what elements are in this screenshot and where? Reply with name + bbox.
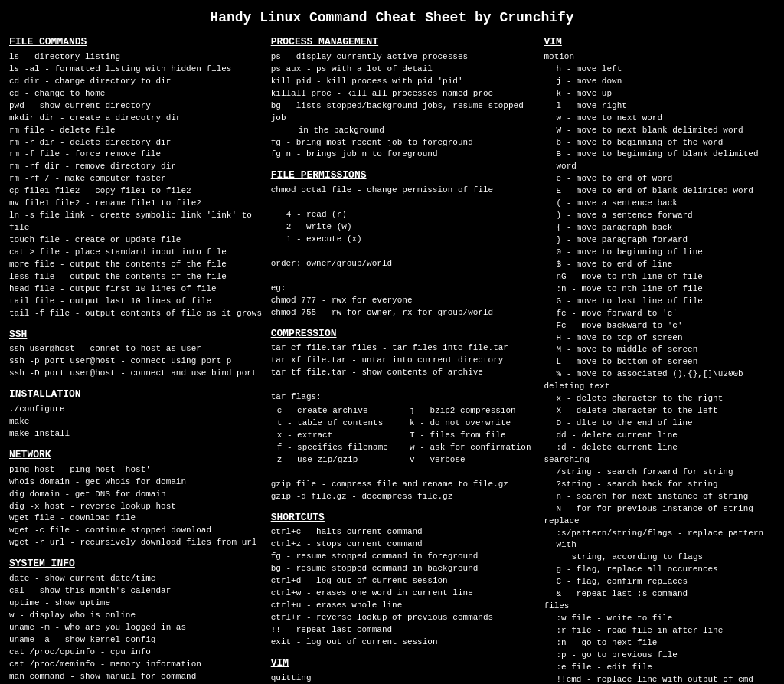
text-line: kill pid - kill process with pid 'pid'	[271, 76, 537, 88]
text-line: mv file1 file2 - rename file1 to file2	[9, 198, 263, 210]
text-line: fg - resume stopped command in foregroun…	[271, 551, 537, 563]
section-title-ssh: SSH	[9, 328, 263, 342]
text-line: ) - move a sentence forward	[544, 210, 775, 222]
text-line: k - move up	[544, 88, 775, 100]
text-line: ssh -p port user@host - connect using po…	[9, 355, 263, 368]
text-line: touch file - create or update file	[9, 234, 263, 247]
text-line: cd dir - change directory to dir	[9, 76, 263, 88]
text-line: cd - change to home	[9, 88, 263, 100]
section-title-shortcuts: SHORTCUTS	[271, 511, 537, 525]
text-line: fg - bring most recent job to foreground	[271, 137, 537, 149]
vim-right-content: motion h - move left j - move down k - m…	[544, 51, 775, 684]
text-line: ln -s file link - create symbolic link '…	[9, 210, 263, 234]
text-line: X - delete character to the left	[544, 405, 775, 417]
right-column: VIM motion h - move left j - move down k…	[544, 35, 775, 684]
text-line: ps - display currently active processes	[271, 51, 537, 64]
text-line: t - table of contents	[277, 417, 403, 430]
system-info-content: date - show current date/time cal - show…	[9, 573, 263, 684]
text-line: } - move paragraph forward	[544, 234, 775, 247]
text-line: date - show current date/time	[9, 573, 263, 585]
text-line: k - do not overwrite	[410, 417, 536, 430]
text-line: more file - output the contents of the f…	[9, 259, 263, 271]
text-line	[271, 246, 537, 258]
text-line: deleting text	[544, 381, 775, 393]
section-title-file-permissions: FILE PERMISSIONS	[271, 169, 537, 183]
text-line: :n - go to next file	[544, 637, 775, 650]
text-line: ls - directory listing	[9, 51, 263, 64]
text-line: gzip file - compress file and rename to …	[271, 479, 537, 491]
process-management-content: ps - display currently active processes …	[271, 51, 537, 161]
section-title-process-management: PROCESS MANAGEMENT	[271, 35, 537, 50]
text-line: ping host - ping host 'host'	[9, 464, 263, 476]
section-title-file-commands: FILE COMMANDS	[9, 35, 263, 50]
page-title: Handy Linux Command Cheat Sheet by Crunc…	[9, 8, 775, 28]
text-line: :n - move to nth line of file	[544, 283, 775, 296]
text-line: tail -f file - output contents of file a…	[9, 308, 263, 320]
text-line: ctrl+u - erases whole line	[271, 600, 537, 612]
text-line: fg n - brings job n to foreground	[271, 149, 537, 161]
text-line: rm -rf dir - remove directory dir	[9, 161, 263, 173]
text-line: G - move to last line of file	[544, 296, 775, 308]
text-line: wget -r url - recursively download files…	[9, 537, 263, 549]
text-line: W - move to next blank delimited word	[544, 125, 775, 137]
text-line: L - move to bottom of screen	[544, 356, 775, 368]
text-line: less file - output the contents of the f…	[9, 271, 263, 283]
text-line: h - move left	[544, 64, 775, 76]
text-line: tar tf file.tar - show contents of archi…	[271, 367, 537, 379]
text-line: cal - show this month's calendar	[9, 585, 263, 597]
text-line: searching	[544, 454, 775, 466]
text-line: whois domain - get whois for domain	[9, 476, 263, 489]
text-line: ?string - search back for string	[544, 479, 775, 491]
text-line: D - dlte to the end of line	[544, 417, 775, 430]
text-line: cat /proc/cpuinfo - cpu info	[9, 646, 263, 659]
text-line: mkdir dir - create a direcotry dir	[9, 113, 263, 125]
text-line: f - specifies filename	[277, 442, 403, 454]
text-line: b - move to beginning of the word	[544, 137, 775, 149]
text-line: g - flag, replace all occurences	[544, 564, 775, 576]
text-line: dd - delete current line	[544, 430, 775, 442]
section-title-vim-mid: VIM	[271, 656, 537, 671]
text-line: w - display who is online	[9, 610, 263, 622]
text-line: E - move to end of blank delimited word	[544, 185, 775, 198]
text-line: tail file - output last 10 lines of file	[9, 296, 263, 308]
main-content: FILE COMMANDS ls - directory listing ls …	[9, 35, 775, 684]
text-line: rm -f file - force remove file	[9, 149, 263, 161]
file-permissions-content: chmod octal file - change permission of …	[271, 185, 537, 319]
text-line: % - move to associated (),{},[]\u200b	[544, 368, 775, 381]
text-line: j - bzip2 compression	[410, 405, 536, 417]
text-line: { - move paragraph back	[544, 222, 775, 234]
text-line: tar cf file.tar files - tar files into f…	[271, 342, 537, 355]
text-line: w - ask for confirmation	[410, 442, 536, 454]
text-line: /string - search forward for string	[544, 466, 775, 479]
text-line: v - verbose	[410, 454, 536, 466]
text-line: 0 - move to beginning of line	[544, 247, 775, 259]
text-line: exit - log out of current session	[271, 637, 537, 649]
section-title-system-info: SYSTEM INFO	[9, 557, 263, 571]
text-line	[271, 197, 537, 209]
text-line: ps aux - ps with a lot of detail	[271, 64, 537, 76]
text-line: ctrl+r - reverse lookup of previous comm…	[271, 612, 537, 624]
text-line: uname -m - who are you logged in as	[9, 622, 263, 634]
text-line: x - delete character to the right	[544, 393, 775, 405]
text-line: in the background	[271, 125, 537, 137]
text-line: Fc - move backward to 'c'	[544, 320, 775, 332]
file-commands-content: ls - directory listing ls -al - formatte…	[9, 51, 263, 320]
network-content: ping host - ping host 'host' whois domai…	[9, 464, 263, 550]
text-line: dig domain - get DNS for domain	[9, 489, 263, 501]
text-line: l - move right	[544, 100, 775, 113]
text-line: quitting	[271, 673, 537, 684]
section-title-compression: COMPRESSION	[271, 327, 537, 342]
text-line	[271, 466, 537, 479]
text-line: nG - move to nth line of file	[544, 271, 775, 283]
text-line: !! - repeat last command	[271, 624, 537, 637]
installation-content: ./configure make make install	[9, 404, 263, 440]
text-line: w - move to next word	[544, 113, 775, 125]
text-line: B - move to beginning of blank delimited…	[544, 149, 775, 173]
text-line: order: owner/group/world	[271, 258, 537, 270]
tar-flags-grid: c - create archive j - bzip2 compression…	[271, 405, 537, 466]
text-line	[271, 270, 537, 283]
text-line: ctrl+c - halts current command	[271, 526, 537, 538]
text-line: $ - move to end of line	[544, 259, 775, 271]
text-line: 4 - read (r)	[271, 209, 537, 221]
text-line: & - repeat last :s command	[544, 588, 775, 601]
